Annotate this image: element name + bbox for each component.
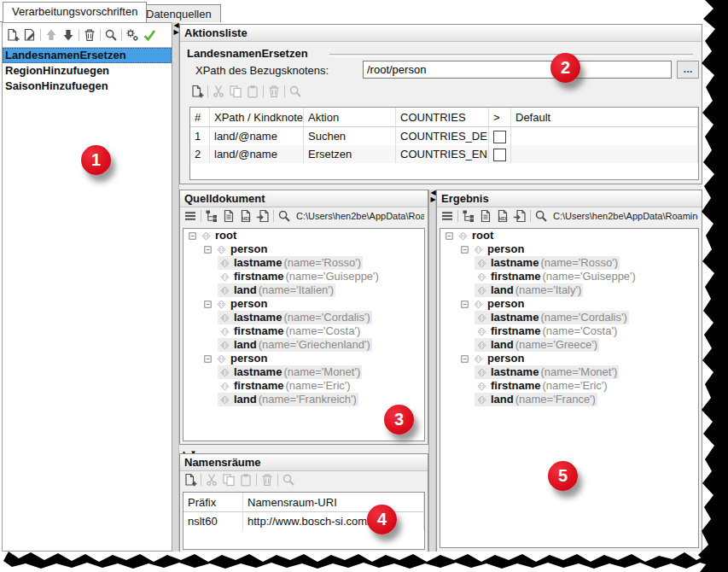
result-panel: Ergebnis C:\Users\hen2be\AppData\Roaming…	[436, 190, 702, 552]
document-hex-icon[interactable]	[239, 209, 253, 223]
collapse-toggle-icon[interactable]	[204, 246, 212, 254]
rules-toolbar	[3, 23, 172, 48]
tree-node[interactable]: firstname(name='Guiseppe')	[183, 270, 424, 283]
tree-node[interactable]: lastname(name='Rosso')	[440, 256, 698, 270]
toolbar-separator	[100, 29, 101, 41]
collapse-toggle-icon[interactable]	[446, 232, 453, 240]
tree-node[interactable]: firstname(name='Eric')	[440, 379, 698, 393]
edit-document-icon[interactable]	[23, 28, 37, 42]
menu-icon[interactable]	[440, 209, 454, 223]
tree-node[interactable]: lastname(name='Monet')	[440, 365, 698, 379]
element-name: person	[230, 297, 267, 311]
paste-icon	[246, 85, 259, 98]
xml-element-icon	[476, 326, 487, 337]
new-document-icon[interactable]	[183, 473, 197, 487]
application-window: Verarbeitungsvorschriften Datenquellen L…	[0, 0, 728, 572]
tree-node[interactable]: lastname(name='Cordalis')	[440, 311, 698, 324]
tree-node[interactable]: firstname(name='Eric')	[183, 379, 424, 393]
namespaces-panel: Namensräume PräfixNamensraum-URI nslt60h…	[179, 453, 428, 552]
rule-list-item[interactable]: SaisonHinzufuegen	[3, 79, 172, 94]
tree-node-line: land(name='Italy')	[475, 283, 583, 297]
tree-structure-icon[interactable]	[462, 209, 475, 223]
tree-node[interactable]: person	[183, 352, 424, 365]
document-icon[interactable]	[479, 209, 492, 223]
tree-node-line: lastname(name='Cordalis')	[218, 311, 372, 324]
collapse-toggle-icon[interactable]	[204, 301, 212, 308]
action-table-row[interactable]: 2land/@nameErsetzenCOUNTRIES_EN	[190, 145, 698, 163]
delete-icon[interactable]	[83, 28, 96, 42]
tree-node[interactable]: lastname(name='Cordalis')	[183, 311, 424, 324]
tree-node[interactable]: person	[440, 352, 698, 365]
tree-node[interactable]: firstname(name='Guiseppe')	[440, 270, 698, 283]
tree-node[interactable]: root	[440, 229, 698, 242]
table-cell: 2	[190, 145, 210, 163]
tree-node-line: firstname(name='Eric')	[475, 379, 609, 393]
tree-node[interactable]: firstname(name='Costa')	[440, 324, 698, 338]
tree-node[interactable]: person	[440, 297, 698, 311]
row-checkbox[interactable]	[493, 131, 506, 143]
tree-node-line: lastname(name='Monet')	[475, 365, 619, 379]
new-document-icon[interactable]	[6, 28, 20, 42]
element-attribute: (name='Frankreich')	[259, 393, 357, 406]
tree-node[interactable]: lastname(name='Monet')	[183, 365, 424, 379]
search-icon	[288, 85, 302, 98]
tree-node[interactable]: land(name='France')	[440, 393, 698, 406]
toolbar-separator	[273, 210, 274, 222]
horizontal-splitter-bottom[interactable]: ▲▼	[179, 445, 428, 453]
action-table-row[interactable]: 1land/@nameSuchenCOUNTRIES_DE	[190, 127, 698, 145]
tree-node[interactable]: root	[183, 229, 424, 242]
collapse-toggle-icon[interactable]	[461, 246, 469, 254]
vertical-splitter-middle[interactable]: ◀ ▶	[428, 190, 436, 552]
callout-badge-1: 1	[81, 145, 111, 175]
tree-node[interactable]: person	[440, 242, 698, 256]
column-header: Default	[511, 108, 698, 127]
move-down-icon[interactable]	[61, 28, 75, 42]
element-name: firstname	[234, 270, 284, 283]
tree-node[interactable]: person	[183, 242, 424, 256]
document-icon[interactable]	[222, 209, 236, 223]
actions-panel-title: Aktionsliste	[180, 25, 702, 42]
element-name: land	[491, 338, 514, 352]
column-header: Aktion	[304, 108, 396, 127]
collapse-toggle-icon[interactable]	[204, 355, 212, 363]
table-cell	[511, 127, 698, 145]
tree-node[interactable]: land(name='Griechenland')	[183, 338, 424, 352]
menu-icon[interactable]	[183, 209, 197, 223]
xpath-input[interactable]	[363, 61, 672, 79]
document-import-icon[interactable]	[513, 209, 527, 223]
search-icon[interactable]	[104, 28, 118, 42]
tree-node[interactable]: lastname(name='Rosso')	[183, 256, 424, 270]
tree-node[interactable]: land(name='Frankreich')	[183, 393, 424, 406]
element-name: land	[234, 283, 257, 297]
table-cell: land/@name	[210, 145, 304, 163]
new-document-icon[interactable]	[190, 85, 204, 98]
document-import-icon[interactable]	[256, 209, 270, 223]
element-attribute: (name='France')	[515, 393, 596, 406]
tree-node[interactable]: person	[183, 297, 424, 311]
actions-table: #XPath / KindknotenAktionCOUNTRIES>Defau…	[189, 107, 699, 180]
confirm-icon[interactable]	[143, 28, 156, 42]
browse-button[interactable]: ...	[677, 61, 699, 79]
collapse-toggle-icon[interactable]	[461, 355, 469, 363]
tree-node[interactable]: firstname(name='Costa')	[183, 324, 424, 338]
tree-node[interactable]: land(name='Italien')	[183, 283, 424, 297]
rule-list-item[interactable]: RegionHinzufuegen	[3, 63, 172, 79]
tree-node[interactable]: land(name='Greece')	[440, 338, 698, 352]
rule-list-item[interactable]: LandesnamenErsetzen	[3, 48, 172, 63]
vertical-splitter-left[interactable]: ◀ ▶	[172, 22, 179, 552]
collapse-toggle-icon[interactable]	[189, 232, 196, 240]
element-name: person	[230, 242, 267, 256]
tab-verarbeitungsvorschriften[interactable]: Verarbeitungsvorschriften	[3, 2, 147, 22]
row-checkbox[interactable]	[493, 149, 506, 161]
document-hex-icon[interactable]	[496, 209, 510, 223]
tree-structure-icon[interactable]	[205, 209, 218, 223]
search-icon[interactable]	[277, 209, 291, 223]
tree-node-line: land(name='Italien')	[218, 283, 335, 297]
column-header: COUNTRIES	[396, 108, 489, 127]
settings-icon[interactable]	[125, 28, 139, 42]
tree-node[interactable]: land(name='Italy')	[440, 283, 698, 297]
tab-datenquellen[interactable]: Datenquellen	[137, 4, 221, 22]
element-attribute: (name='Costa')	[286, 324, 361, 338]
search-icon[interactable]	[534, 209, 548, 223]
collapse-toggle-icon[interactable]	[461, 301, 469, 308]
